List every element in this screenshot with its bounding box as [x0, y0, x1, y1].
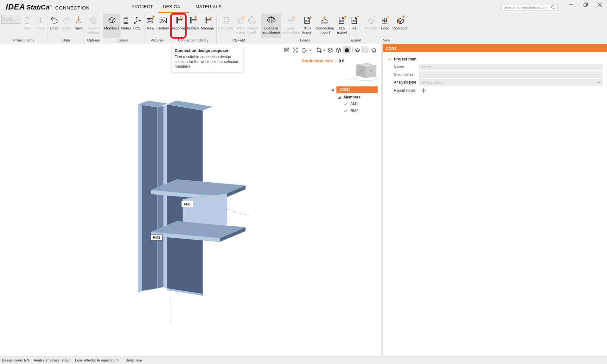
ribbon-button-label: Project settings [86, 26, 101, 34]
ribbon-group-separator [410, 15, 410, 43]
tooltip-body: Find a suitable connection design soluti… [175, 55, 240, 69]
property-label-analysis-type: Analysis type [394, 80, 416, 85]
ribbon-group-label: Pictures [144, 38, 170, 42]
active-item-combo[interactable]: CON1 [1, 15, 21, 24]
status-item: Units: mm [125, 358, 142, 362]
ribbon-button-label: Loads - percentage [281, 26, 300, 34]
ribbon-button-label: Gallery [157, 26, 169, 30]
ribbon-button-label: Propose [172, 26, 185, 30]
tab-design[interactable]: DESIGN [156, 3, 187, 11]
ribbon-group-label: CBFEM [216, 38, 261, 42]
ribbon-group-label: Labels [102, 38, 144, 42]
status-item: Analysis: Stress, strain [34, 358, 70, 362]
nav-cube-face-label: -Y [359, 69, 362, 72]
member-axis-line-beam [227, 209, 250, 216]
publish-button[interactable]: Publish [186, 14, 200, 38]
properties-panel [383, 44, 607, 356]
active-tab-underline [158, 12, 189, 13]
ribbon-button-label: Save [74, 26, 83, 30]
member-add-icon [367, 14, 376, 26]
settings-gear-icon [89, 14, 98, 26]
connection-import-button[interactable]: Connection Import [315, 14, 335, 38]
column-web-face [157, 106, 163, 288]
undo-icon [49, 14, 59, 26]
logo-idea: IDEA [6, 3, 25, 11]
close-button[interactable] [595, 1, 604, 9]
new-member-button[interactable]: Member [364, 14, 379, 38]
ribbon-button-label: Publish [187, 26, 199, 30]
connection-search-icon [174, 14, 183, 26]
gallery-button[interactable]: Gallery [157, 14, 170, 38]
check-circle-icon [247, 14, 257, 26]
ifc-button[interactable]: IFCIFC [349, 14, 360, 38]
minimize-button[interactable] [567, 1, 576, 9]
panel-header: CON1 [383, 44, 607, 52]
column-back-flange-face [142, 103, 157, 291]
add-report-note-button[interactable] [420, 88, 426, 93]
calculate-button[interactable]: Calculate [217, 14, 234, 38]
section-project-item[interactable]: Project item [388, 57, 417, 61]
ribbon-button-label: Members [104, 26, 119, 30]
ribbon-button-label: XLS Export [335, 26, 349, 34]
restore-button[interactable] [581, 1, 590, 9]
project-settings-button[interactable]: Project settings [86, 14, 101, 38]
module-name: CONNECTION [55, 5, 90, 10]
undo-button[interactable]: Undo [48, 14, 61, 38]
status-item: Load effects: In equilibrium [75, 358, 118, 362]
plates-button[interactable]: Plates [120, 14, 132, 38]
member-box-icon [107, 14, 117, 26]
ribbon-button-label: Connection Import [315, 26, 335, 34]
idea-statica-connection-window: IDEA StatiCa® CONNECTION PROJECTDESIGNMA… [0, 0, 607, 364]
ifc-export-icon: IFC [350, 14, 359, 26]
loads-in-equilibrium-button[interactable]: Loads in equilibrium [261, 14, 281, 38]
propose-button[interactable]: Propose [171, 14, 186, 38]
manage-button[interactable]: Manage [200, 14, 215, 38]
svg-text:XLS: XLS [305, 20, 310, 22]
status-item: Design code: EN [2, 358, 29, 362]
chevron-down-icon [16, 18, 19, 21]
tab-materials[interactable]: MATERIALS [195, 3, 221, 11]
chevron-down-icon [597, 81, 600, 84]
property-label-report-notes: Report notes [394, 88, 416, 93]
ribbon-group-label: Loads [261, 38, 349, 42]
overall-check-button[interactable]: Overall check [245, 14, 259, 38]
load-add-icon [380, 14, 390, 26]
xls-import-button[interactable]: XLSXLS Import [300, 14, 314, 38]
panel-header-title: CON1 [386, 46, 396, 51]
new-load-button[interactable]: Load [379, 14, 392, 38]
search-input[interactable] [502, 4, 558, 10]
image-new-icon [146, 14, 155, 26]
name-field[interactable] [419, 64, 603, 70]
redo-button[interactable]: Redo [60, 14, 73, 38]
logo-statica: StatiCa® [26, 3, 51, 11]
property-label-description: Description [394, 72, 413, 77]
description-field[interactable] [419, 72, 603, 78]
property-label-name: Name [394, 65, 404, 69]
ribbon-button-label: Member [365, 26, 378, 30]
plate-icon [121, 14, 131, 26]
connection-3d-model[interactable] [0, 44, 381, 356]
copy-item-button[interactable]: Copy [34, 14, 47, 38]
new-item-button[interactable]: New [21, 14, 34, 38]
analysis-type-select[interactable]: Stress, strain [419, 79, 603, 85]
lcs-button[interactable]: LCS [131, 14, 143, 38]
connection-upload-icon [188, 14, 198, 26]
tab-project[interactable]: PROJECT [132, 3, 152, 11]
ribbon-button-label: Loads in equilibrium [261, 26, 281, 34]
svg-text:IFC: IFC [352, 20, 356, 22]
save-button[interactable]: Save [72, 14, 85, 38]
new-document-icon [22, 14, 32, 26]
chevron-down-icon [388, 58, 391, 61]
members-button[interactable]: Members [103, 14, 120, 38]
registered-mark: ® [49, 4, 52, 8]
new-operation-button[interactable]: Operation [392, 14, 409, 38]
ribbon-button-label: Copy [36, 26, 45, 30]
ribbon-button-label: Calculate [218, 26, 233, 30]
statusbar: Design code: ENAnalysis: Stress, strainL… [0, 356, 607, 364]
xls-export-button[interactable]: XLSXLS Export [335, 14, 349, 38]
new-picture-button[interactable]: New [144, 14, 157, 38]
select-value: Stress, strain [422, 80, 443, 84]
navigation-cube[interactable]: -Y -X [348, 62, 381, 83]
loads-percentage-button[interactable]: Loads - percentage [281, 14, 300, 38]
ribbon-button-label: LCS [133, 26, 140, 30]
